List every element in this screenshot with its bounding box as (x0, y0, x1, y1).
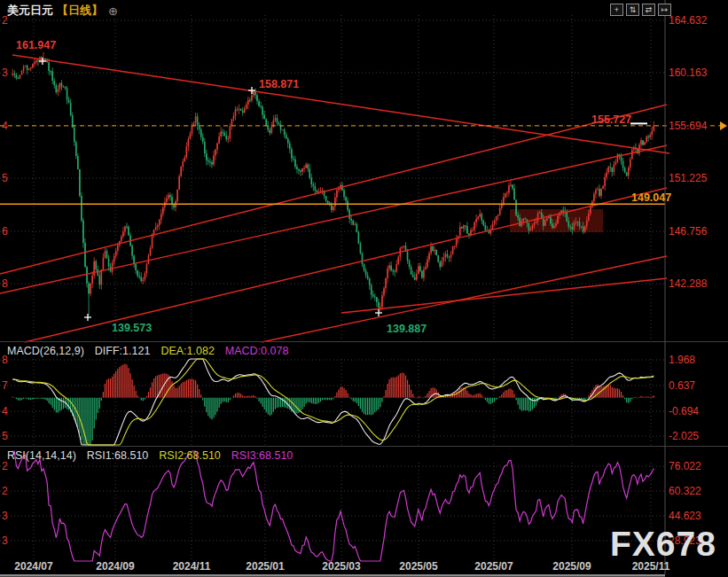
cut-left-axis-label: 3 (2, 534, 8, 547)
add-indicator-icon[interactable]: ⊕ (108, 4, 118, 18)
x-axis-date-label: 2024/09 (96, 560, 135, 573)
axis-label: 44.623 (669, 510, 701, 522)
cut-left-axis-label: 3 (2, 66, 8, 79)
y-axis-scale-icon[interactable]: ⇅ (626, 4, 639, 16)
price-annotation: 161.947 (16, 39, 56, 51)
current-price-axis-label: 155.694 (669, 120, 708, 132)
rsi-line (12, 451, 654, 561)
cut-left-axis-label: 3 (2, 510, 8, 522)
price-annotation: 158.871 (259, 78, 299, 90)
macd-diff-value: DIFF:1.121 (95, 345, 151, 357)
candles-group (12, 52, 655, 316)
x-axis-date-label: 2025/03 (322, 560, 361, 573)
rsi-panel (12, 451, 654, 561)
cut-left-axis-label: 6 (2, 225, 8, 238)
chart-toolbar: + ⇅ ⇄ ↦ (610, 4, 671, 16)
watermark-fx678: FX678 (610, 525, 716, 564)
axis-labels: 164.6322160.1633155.6944151.2255146.7566… (2, 14, 708, 573)
cut-left-axis-label: 7 (2, 379, 8, 392)
chart-title: 美元日元 【日线】 ⊕ (7, 3, 118, 19)
rsi1-value: RSI1:68.510 (87, 449, 149, 462)
crosshair-icon[interactable]: + (610, 4, 623, 16)
cut-left-axis-label: 8 (2, 277, 8, 290)
x-axis-date-label: 2025/05 (399, 560, 438, 573)
axis-label: 0.637 (669, 379, 695, 392)
macd-legend: MACD(26,12,9) DIFF:1.121 DEA:1.082 MACD:… (7, 345, 288, 357)
cut-left-axis-label: 4 (2, 405, 8, 417)
macd-dea-value: DEA:1.082 (160, 345, 214, 357)
macd-params: MACD(26,12,9) (7, 345, 84, 357)
price-annotation: 149.047 (631, 191, 671, 204)
axis-label: 160.163 (669, 66, 708, 79)
axis-label: 60.322 (669, 485, 701, 497)
price-annotation: 155.727 (591, 113, 631, 126)
exit-chart-icon[interactable]: ↦ (658, 4, 671, 16)
axis-label: 142.288 (669, 277, 708, 290)
x-axis-date-label: 2024/11 (173, 560, 211, 573)
axis-label: 1.968 (669, 354, 695, 366)
current-price-arrow-icon (720, 121, 727, 130)
axis-label: -2.025 (669, 430, 699, 442)
horizontal-scrollbar[interactable] (0, 574, 665, 577)
x-axis-date-label: 2024/07 (14, 560, 53, 573)
axis-label: 146.756 (669, 225, 708, 238)
x-axis-date-label: 2025/01 (246, 560, 285, 573)
x-axis-date-label: 2025/09 (552, 560, 591, 573)
price-annotation: 139.887 (387, 323, 427, 335)
price-levels (0, 121, 727, 204)
macd-dea-line (12, 359, 654, 445)
axis-label: 164.632 (669, 14, 708, 27)
x-axis-scale-icon[interactable]: ⇄ (642, 4, 655, 16)
trading-chart-window: 164.6322160.1633155.6944151.2255146.7566… (0, 0, 728, 577)
cut-left-axis-label: 2 (2, 485, 8, 497)
cut-left-axis-label: 4 (2, 120, 8, 132)
rsi3-value: RSI3:68.510 (231, 449, 294, 462)
x-axis-date-label: 2025/07 (474, 560, 513, 573)
macd-macd-value: MACD:0.078 (225, 345, 289, 357)
axis-label: -0.694 (669, 405, 699, 417)
rsi2-value: RSI2:68.510 (159, 449, 221, 462)
axis-label: 151.225 (669, 172, 708, 184)
price-annotation: 139.573 (112, 322, 152, 334)
cut-left-axis-label: 5 (2, 430, 8, 442)
axis-label: 76.022 (669, 460, 701, 472)
rsi-params: RSI(14,14,14) (7, 449, 76, 462)
interval-label: 【日线】 (57, 3, 103, 19)
macd-panel (12, 359, 654, 445)
cut-left-axis-label: 2 (2, 460, 8, 472)
symbol-name: 美元日元 (7, 3, 53, 19)
frame (0, 0, 728, 577)
macd-diff-line (12, 359, 654, 445)
chart-canvas[interactable]: 164.6322160.1633155.6944151.2255146.7566… (0, 0, 728, 577)
rsi-legend: RSI(14,14,14) RSI1:68.510 RSI2:68.510 RS… (7, 449, 293, 462)
cut-left-axis-label: 5 (2, 172, 8, 184)
